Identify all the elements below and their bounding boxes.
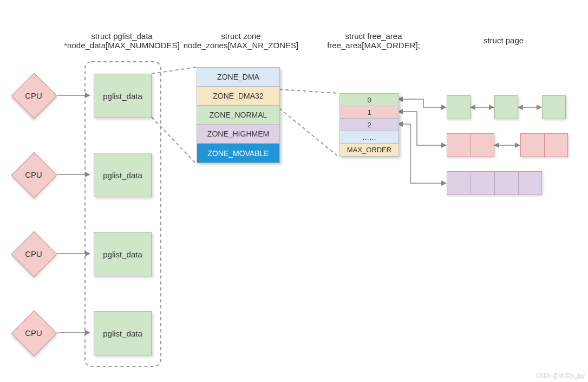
header-pglist: struct pglist_data *node_data[MAX_NUMNOD… — [54, 31, 190, 50]
header-page: struct page — [460, 36, 547, 45]
svg-line-1 — [152, 67, 196, 74]
pglist-box: pglist_data — [94, 311, 152, 355]
header-zone-line1: struct zone — [179, 31, 303, 41]
zone-row-dma32: ZONE_DMA32 — [197, 87, 279, 106]
pglist-box: pglist_data — [94, 74, 152, 118]
pglist-label: pglist_data — [103, 329, 142, 338]
page-divider — [518, 171, 519, 195]
zone-row-dma: ZONE_DMA — [197, 68, 279, 87]
freearea-row-1: 1 — [340, 106, 398, 119]
freearea-row-0: 0 — [340, 94, 398, 106]
svg-line-4 — [279, 108, 338, 157]
pglist-label: pglist_data — [103, 250, 142, 259]
svg-line-3 — [279, 89, 338, 93]
pglist-label: pglist_data — [103, 171, 142, 180]
zone-row-highmem: ZONE_HIGHMEM — [197, 125, 279, 144]
pglist-box: pglist_data — [94, 153, 152, 197]
header-zone-line2: node_zones[MAX_NR_ZONES] — [179, 41, 303, 50]
header-free-line2: free_area[MAX_ORDER]; — [319, 41, 428, 50]
pglist-box: pglist_data — [94, 232, 152, 276]
freearea-row-2: 2 — [340, 119, 398, 131]
page-box — [542, 95, 566, 119]
header-pglist-line1: struct pglist_data — [54, 31, 190, 41]
header-page-line1: struct page — [460, 36, 547, 45]
zone-stack: ZONE_DMA ZONE_DMA32 ZONE_NORMAL ZONE_HIG… — [197, 67, 280, 163]
freearea-stack: 0 1 2 …… MAX_ORDER — [339, 93, 399, 157]
zone-row-movable: ZONE_MOVABLE — [197, 144, 279, 163]
freearea-row-maxorder: MAX_ORDER — [340, 144, 398, 156]
header-zone: struct zone node_zones[MAX_NR_ZONES] — [179, 31, 303, 50]
freearea-row-ellipsis: …… — [340, 131, 398, 144]
svg-line-2 — [152, 117, 196, 164]
header-free-line1: struct free_area — [319, 31, 428, 41]
page-box — [494, 95, 518, 119]
header-free: struct free_area free_area[MAX_ORDER]; — [319, 31, 428, 50]
page-divider — [471, 133, 471, 157]
header-pglist-line2: *node_data[MAX_NUMNODES] — [54, 41, 190, 50]
page-box — [447, 95, 471, 119]
page-divider — [544, 133, 545, 157]
page-divider — [494, 171, 495, 195]
zone-row-normal: ZONE_NORMAL — [197, 106, 279, 125]
pglist-label: pglist_data — [103, 92, 142, 101]
watermark: CSDN @张孟浩_jay — [536, 372, 585, 380]
page-divider — [471, 171, 471, 195]
